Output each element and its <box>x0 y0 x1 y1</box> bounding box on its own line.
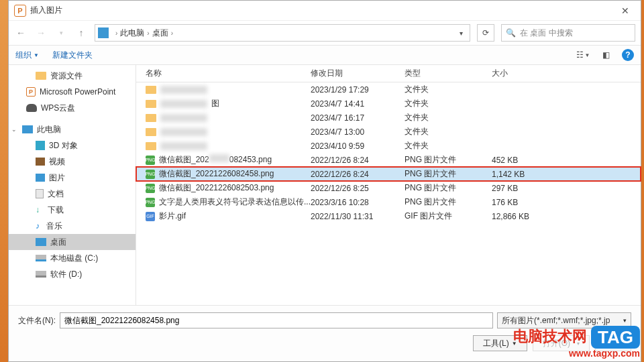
tree-pictures[interactable]: 图片 <box>9 170 136 186</box>
forward-button[interactable]: → <box>34 26 48 40</box>
music-icon: ♪ <box>36 221 42 231</box>
tree-wps-cloud[interactable]: WPS云盘 <box>9 100 136 116</box>
breadcrumb-desktop[interactable]: 桌面 <box>152 27 168 39</box>
close-button[interactable]: ✕ <box>615 5 635 16</box>
file-row[interactable]: 图2023/4/7 14:41文件夹 <box>136 97 641 111</box>
cancel-button[interactable]: 取消 <box>595 335 631 351</box>
disk-icon <box>36 271 46 278</box>
chevron-right-icon: › <box>147 29 149 37</box>
recent-dropdown[interactable]: ▾ <box>54 26 68 40</box>
tree-resources[interactable]: 资源文件 <box>9 68 136 84</box>
file-type: 文件夹 <box>405 140 492 152</box>
file-type: PNG 图片文件 <box>405 154 492 166</box>
col-size[interactable]: 大小 <box>492 68 559 79</box>
tree-music[interactable]: ♪音乐 <box>9 218 136 234</box>
file-type: PNG 图片文件 <box>405 168 492 180</box>
file-row[interactable]: PNG微信截图_20221226082458.png2022/12/26 8:2… <box>136 167 641 181</box>
file-type: 文件夹 <box>405 84 492 95</box>
organize-menu[interactable]: 组织▼ <box>15 50 39 61</box>
nav-bar: ← → ▾ ↑ › 此电脑 › 桌面 › ▾ ⟳ 🔍 在 桌面 中搜索 <box>9 21 641 45</box>
tree-downloads[interactable]: ↓下载 <box>9 202 136 218</box>
file-name <box>160 128 207 136</box>
chevron-down-icon: ▼ <box>34 52 39 58</box>
tree-disk-d[interactable]: 软件 (D:) <box>9 266 136 282</box>
col-name[interactable]: 名称 <box>136 68 311 79</box>
filename-input[interactable] <box>60 312 493 328</box>
file-name <box>160 100 207 108</box>
open-button[interactable]: 打开(O)▾ <box>533 335 590 351</box>
file-date: 2023/4/7 16:17 <box>311 113 405 123</box>
toolbar: 组织▼ 新建文件夹 ☷ ▼ ◧ ? <box>9 45 641 65</box>
file-name <box>160 114 207 122</box>
file-size: 297 KB <box>492 184 559 193</box>
dialog-body: 资源文件 PMicrosoft PowerPoint WPS云盘 ⌄此电脑 3D… <box>9 65 641 306</box>
file-list: 名称 修改日期 类型 大小 2023/1/29 17:29文件夹图2023/4/… <box>136 65 641 306</box>
tree-desktop[interactable]: 桌面 <box>9 234 136 250</box>
tools-menu[interactable]: 工具(L)▼ <box>473 335 527 351</box>
column-headers: 名称 修改日期 类型 大小 <box>136 65 641 82</box>
file-date: 2023/4/10 9:59 <box>311 141 405 151</box>
file-size: 12,866 KB <box>492 212 559 221</box>
host-app-edge <box>0 0 8 362</box>
search-icon: 🔍 <box>506 28 516 38</box>
chevron-down-icon: ▾ <box>623 317 627 324</box>
file-row[interactable]: 2023/4/7 13:00文件夹 <box>136 125 641 139</box>
preview-pane-button[interactable]: ◧ <box>599 50 612 60</box>
chevron-down-icon[interactable]: ▾ <box>455 29 467 37</box>
chevron-down-icon: ▼ <box>512 341 517 347</box>
breadcrumb[interactable]: › 此电脑 › 桌面 › ▾ <box>95 24 470 42</box>
search-placeholder: 在 桌面 中搜索 <box>520 27 573 39</box>
breadcrumb-pc[interactable]: 此电脑 <box>120 27 144 39</box>
insert-picture-dialog: P 插入图片 ✕ ← → ▾ ↑ › 此电脑 › 桌面 › ▾ ⟳ 🔍 在 桌面… <box>8 0 641 362</box>
file-date: 2022/12/26 8:24 <box>311 156 405 165</box>
file-row[interactable]: 2023/4/10 9:59文件夹 <box>136 139 641 153</box>
film-icon <box>36 158 45 166</box>
file-type: PNG 图片文件 <box>405 182 492 194</box>
file-date: 2023/4/7 13:00 <box>311 127 405 137</box>
refresh-button[interactable]: ⟳ <box>477 24 494 42</box>
file-row[interactable]: 2023/1/29 17:29文件夹 <box>136 82 641 97</box>
file-row[interactable]: GIF影片.gif2022/11/30 11:31GIF 图片文件12,866 … <box>136 209 641 223</box>
png-icon: PNG <box>146 170 155 179</box>
view-mode-button[interactable]: ☷ ▼ <box>576 50 590 60</box>
tree-this-pc[interactable]: ⌄此电脑 <box>9 121 136 137</box>
col-type[interactable]: 类型 <box>405 68 492 79</box>
file-date: 2023/1/29 17:29 <box>311 85 405 95</box>
collapse-icon[interactable]: ⌄ <box>11 126 18 133</box>
new-folder-button[interactable]: 新建文件夹 <box>52 50 93 61</box>
image-icon <box>36 174 45 182</box>
file-name: 微信截图_202082453.png <box>159 154 272 166</box>
file-date: 2022/12/26 8:25 <box>311 184 405 193</box>
gif-icon: GIF <box>146 212 155 221</box>
png-icon: PNG <box>146 184 155 193</box>
file-type-filter[interactable]: 所有图片(*.emf;*.wmf;*.jpg;*.jp▾ <box>497 312 631 328</box>
folder-icon <box>36 72 46 80</box>
file-name <box>160 142 207 150</box>
up-button[interactable]: ↑ <box>74 26 88 40</box>
tree-videos[interactable]: 视频 <box>9 154 136 170</box>
tree-3d-objects[interactable]: 3D 对象 <box>9 137 136 154</box>
file-type: 文件夹 <box>405 112 492 123</box>
powerpoint-icon: P <box>14 5 26 17</box>
col-date[interactable]: 修改日期 <box>311 68 405 79</box>
chevron-right-icon: › <box>115 29 117 37</box>
file-size: 1,142 KB <box>492 170 559 179</box>
tree-disk-c[interactable]: 本地磁盘 (C:) <box>9 250 136 266</box>
help-button[interactable]: ? <box>622 49 634 61</box>
file-type: GIF 图片文件 <box>405 210 492 222</box>
file-row[interactable]: PNG文字是人类用表义符号记录表达信息以传...2023/3/16 10:28P… <box>136 195 641 209</box>
file-type: PNG 图片文件 <box>405 196 492 208</box>
tree-powerpoint[interactable]: PMicrosoft PowerPoint <box>9 84 136 100</box>
folder-icon <box>146 114 156 122</box>
file-row[interactable]: PNG微信截图_20221226082503.png2022/12/26 8:2… <box>136 181 641 195</box>
back-button[interactable]: ← <box>14 26 28 40</box>
file-date: 2023/3/16 10:28 <box>311 198 405 207</box>
file-date: 2022/11/30 11:31 <box>311 212 405 221</box>
file-name: 微信截图_20221226082458.png <box>159 168 274 180</box>
file-size: 176 KB <box>492 198 559 207</box>
folder-icon <box>146 86 156 94</box>
file-row[interactable]: 2023/4/7 16:17文件夹 <box>136 111 641 125</box>
file-row[interactable]: PNG微信截图_202082453.png2022/12/26 8:24PNG … <box>136 153 641 167</box>
search-input[interactable]: 🔍 在 桌面 中搜索 <box>501 24 635 42</box>
tree-documents[interactable]: 文档 <box>9 186 136 202</box>
